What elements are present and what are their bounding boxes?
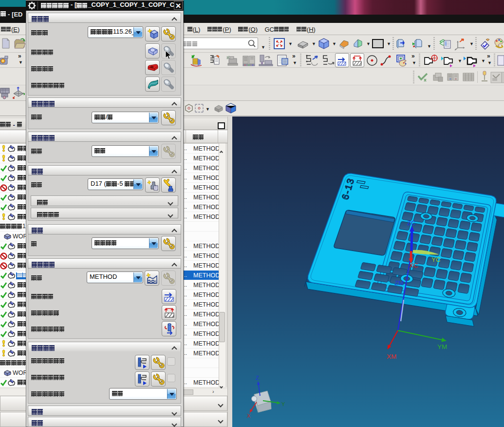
- svg-text:ZC: ZC: [407, 219, 415, 227]
- svg-text:Z: Z: [256, 375, 259, 381]
- svg-text:Y: Y: [281, 401, 285, 407]
- svg-text:YM: YM: [437, 343, 447, 350]
- svg-text:X: X: [247, 413, 251, 419]
- svg-text:YC: YC: [431, 256, 441, 263]
- svg-text:ZM: ZM: [394, 279, 404, 287]
- svg-text:XC: XC: [409, 262, 418, 269]
- svg-text:XM: XM: [387, 353, 396, 360]
